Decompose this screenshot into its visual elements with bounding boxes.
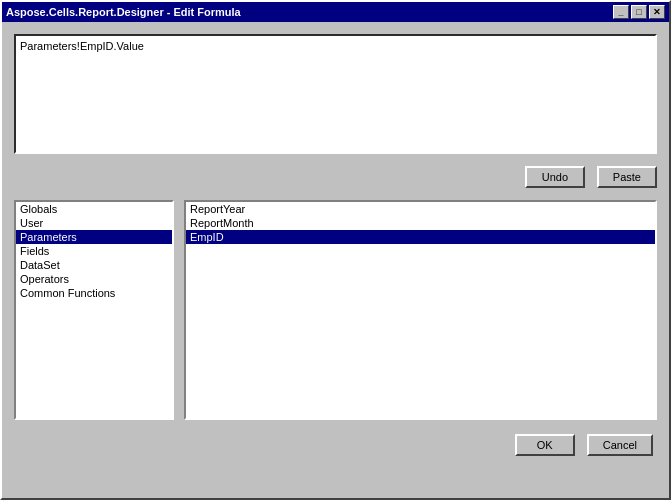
list-item[interactable]: Common Functions [16, 286, 172, 300]
list-item[interactable]: ReportMonth [186, 216, 655, 230]
list-item[interactable]: Fields [16, 244, 172, 258]
category-list[interactable]: GlobalsUserParametersFieldsDataSetOperat… [14, 200, 174, 420]
bottom-button-row: OK Cancel [14, 434, 657, 456]
lists-container: GlobalsUserParametersFieldsDataSetOperat… [14, 200, 657, 420]
title-bar: Aspose.Cells.Report.Designer - Edit Form… [2, 2, 669, 22]
paste-button[interactable]: Paste [597, 166, 657, 188]
window-title: Aspose.Cells.Report.Designer - Edit Form… [6, 6, 241, 18]
minimize-button[interactable]: _ [613, 5, 629, 19]
ok-button[interactable]: OK [515, 434, 575, 456]
maximize-button[interactable]: □ [631, 5, 647, 19]
title-bar-buttons: _ □ ✕ [613, 5, 665, 19]
cancel-button[interactable]: Cancel [587, 434, 653, 456]
list-item[interactable]: Globals [16, 202, 172, 216]
list-item[interactable]: EmpID [186, 230, 655, 244]
dialog-content: Undo Paste GlobalsUserParametersFieldsDa… [2, 22, 669, 498]
main-window: Aspose.Cells.Report.Designer - Edit Form… [0, 0, 671, 500]
formula-input[interactable] [14, 34, 657, 154]
undo-button[interactable]: Undo [525, 166, 585, 188]
list-item[interactable]: Operators [16, 272, 172, 286]
list-item[interactable]: Parameters [16, 230, 172, 244]
value-list[interactable]: ReportYearReportMonthEmpID [184, 200, 657, 420]
list-item[interactable]: User [16, 216, 172, 230]
top-button-row: Undo Paste [14, 166, 657, 188]
close-button[interactable]: ✕ [649, 5, 665, 19]
list-item[interactable]: ReportYear [186, 202, 655, 216]
list-item[interactable]: DataSet [16, 258, 172, 272]
